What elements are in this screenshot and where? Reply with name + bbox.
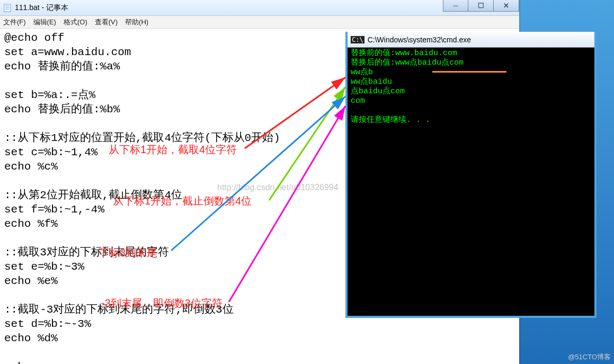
minimize-button[interactable]: ─ bbox=[443, 0, 468, 12]
svg-rect-0 bbox=[4, 4, 11, 12]
annotation-4: -3到末尾，即倒数3位字符 bbox=[101, 296, 223, 310]
watermark-bottom-right: @51CTO博客 bbox=[568, 352, 611, 362]
notepad-titlebar[interactable]: 111.bat - 记事本 ─ ☐ ✕ bbox=[0, 0, 519, 16]
menu-view[interactable]: 查看(V) bbox=[95, 17, 118, 27]
cmd-icon: C:\ bbox=[351, 36, 364, 43]
cmd-title: C:\Windows\system32\cmd.exe bbox=[368, 35, 471, 44]
annotation-3: 下标3到末尾 bbox=[99, 246, 157, 260]
underline-highlight bbox=[432, 71, 506, 73]
watermark-center: http://blog.csdn.net/u010326994 bbox=[217, 183, 339, 192]
annotation-1: 从下标1开始，截取4位字符 bbox=[109, 143, 237, 157]
window-controls: ─ ☐ ✕ bbox=[443, 0, 519, 12]
cmd-window: C:\ C:\Windows\system32\cmd.exe 替换前的值:ww… bbox=[345, 32, 597, 318]
menu-file[interactable]: 文件(F) bbox=[3, 17, 26, 27]
notepad-icon bbox=[3, 4, 12, 12]
annotation-2: 从下标1开始，截止倒数第4位 bbox=[113, 194, 252, 208]
notepad-menubar: 文件(F) 编辑(E) 格式(O) 查看(V) 帮助(H) bbox=[0, 16, 519, 29]
maximize-button[interactable]: ☐ bbox=[468, 0, 494, 12]
menu-edit[interactable]: 编辑(E) bbox=[33, 17, 56, 27]
close-button[interactable]: ✕ bbox=[494, 0, 519, 12]
cmd-titlebar[interactable]: C:\ C:\Windows\system32\cmd.exe bbox=[348, 32, 594, 48]
cmd-output: 替换前的值:www.baidu.com 替换后的值:www点baidu点com … bbox=[348, 48, 594, 126]
notepad-title: 111.bat - 记事本 bbox=[15, 3, 68, 13]
menu-format[interactable]: 格式(O) bbox=[64, 17, 87, 27]
menu-help[interactable]: 帮助(H) bbox=[125, 17, 148, 27]
